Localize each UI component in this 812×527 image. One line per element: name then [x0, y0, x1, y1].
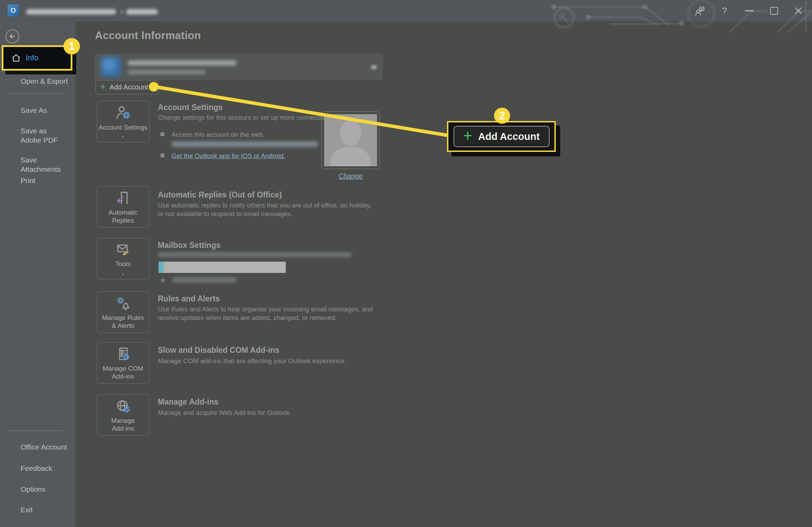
tile-label: Tools — [115, 260, 130, 268]
back-button[interactable] — [5, 29, 19, 43]
manage-com-addins-tile[interactable]: Manage COM Add-ins — [97, 342, 149, 384]
automatic-replies-tile[interactable]: Automatic Replies — [97, 186, 149, 228]
account-settings-tile[interactable]: Account Settings ⌄ — [97, 101, 149, 142]
section-heading: Slow and Disabled COM Add-ins — [158, 346, 279, 355]
feedback-contact-button[interactable] — [691, 0, 708, 21]
plus-icon: + — [100, 83, 106, 90]
tile-label: Account Settings ⌄ — [98, 124, 148, 140]
add-account-zoomed-button[interactable]: + Add Account — [454, 126, 550, 147]
sidebar-item-save-attachments[interactable]: Save Attachments — [21, 155, 75, 174]
sidebar-item-office-account[interactable]: Office Account — [21, 442, 67, 452]
plus-icon: + — [463, 129, 472, 142]
chevron-down-icon — [371, 65, 377, 69]
help-button[interactable]: ? — [717, 0, 732, 21]
section-heading: Manage Add-ins — [158, 397, 219, 407]
help-icon: ? — [722, 6, 727, 16]
outlook-app-icon: O — [8, 4, 19, 16]
sidebar-item-feedback[interactable]: Feedback — [21, 464, 52, 473]
exchange-account-icon — [101, 57, 121, 77]
mailbox-usage-bar-fill — [158, 262, 164, 273]
chevron-down-icon: ⌄ — [121, 133, 125, 139]
maximize-icon — [770, 7, 778, 15]
mailbox-cleanup-icon — [115, 241, 132, 258]
tile-label: Manage Rules & Alerts — [102, 314, 144, 330]
avatar-shoulders — [330, 147, 371, 166]
sidebar-divider — [8, 431, 64, 431]
avatar-head — [340, 120, 361, 146]
section-description: Use automatic replies to notify others t… — [158, 201, 372, 218]
account-type-redacted — [128, 70, 206, 74]
sidebar-item-open-export[interactable]: Open & Export — [21, 76, 68, 86]
out-of-office-icon — [115, 190, 132, 207]
sidebar-item-print[interactable]: Print — [21, 176, 35, 185]
account-settings-icon — [114, 104, 132, 122]
person-chat-icon — [694, 5, 705, 16]
step-1-badge: 1 — [63, 38, 80, 55]
titlebar-text-redacted — [26, 9, 116, 14]
home-icon — [11, 53, 21, 63]
titlebar: O ? — [0, 0, 812, 21]
minimize-icon — [745, 10, 754, 11]
rules-alerts-icon — [115, 295, 132, 312]
bullet-square — [161, 154, 164, 157]
section-heading: Automatic Replies (Out of Office) — [158, 190, 282, 200]
bullet-square — [161, 132, 164, 136]
sidebar-divider — [8, 93, 64, 94]
close-icon — [793, 6, 803, 15]
section-heading: Rules and Alerts — [158, 294, 220, 303]
sidebar-item-options[interactable]: Options — [21, 484, 45, 494]
section-heading: Account Settings — [158, 103, 223, 112]
com-addins-icon — [115, 346, 132, 363]
page-title: Account Information — [95, 29, 201, 42]
add-account-callout: + Add Account — [447, 121, 556, 152]
bullet-square — [161, 279, 164, 282]
tile-label: Automatic Replies — [104, 209, 142, 225]
web-addins-icon — [115, 398, 132, 415]
section-description: Use Rules and Alerts to help organise yo… — [158, 305, 381, 322]
maximize-button[interactable] — [766, 0, 782, 21]
section-description: Manage and acquire Web Add-ins for Outlo… — [158, 408, 381, 417]
sidebar-item-exit[interactable]: Exit — [21, 505, 33, 514]
step-2-badge: 2 — [494, 108, 510, 124]
account-email-redacted — [128, 60, 237, 65]
backstage-sidebar: Info Open & Export Save As Save as Adobe… — [0, 21, 75, 527]
tile-label: Manage Add-ins — [104, 417, 142, 433]
add-account-zoomed-label: Add Account — [478, 131, 540, 142]
titlebar-separator-dot — [121, 11, 123, 13]
mailbox-size-text-redacted — [172, 277, 237, 283]
titlebar-appname-redacted — [126, 9, 158, 14]
section-description: Manage COM add-ins that are affecting yo… — [158, 357, 381, 365]
sidebar-item-save-adobe-pdf[interactable]: Save as Adobe PDF — [21, 126, 65, 145]
sidebar-item-info[interactable]: Info — [2, 45, 72, 71]
account-selector[interactable] — [95, 54, 383, 80]
back-arrow-icon — [9, 33, 16, 40]
access-web-text: Access this account on the web. — [172, 131, 264, 139]
profile-photo-placeholder — [321, 111, 380, 169]
change-photo-link[interactable]: Change — [321, 172, 380, 180]
get-outlook-app-link[interactable]: Get the Outlook app for iOS or Android. — [172, 152, 285, 160]
add-account-button[interactable]: + Add Account — [95, 80, 158, 94]
close-button[interactable] — [790, 0, 807, 21]
outlook-backstage-window: O ? — [0, 0, 812, 527]
sidebar-item-label: Info — [26, 53, 38, 62]
chevron-down-icon: ⌄ — [121, 270, 125, 276]
mailbox-usage-bar — [158, 262, 286, 273]
tile-label: Manage COM Add-ins — [102, 365, 144, 381]
manage-rules-tile[interactable]: Manage Rules & Alerts — [97, 291, 149, 333]
minimize-button[interactable] — [741, 0, 757, 21]
sidebar-item-save-as[interactable]: Save As — [21, 106, 47, 115]
mailbox-description-redacted — [158, 252, 352, 257]
manage-addins-tile[interactable]: Manage Add-ins — [97, 394, 149, 436]
avatar — [324, 114, 377, 166]
add-account-label: Add Account — [109, 83, 148, 91]
account-url-redacted[interactable] — [172, 141, 318, 147]
mailbox-tools-tile[interactable]: Tools ⌄ — [97, 238, 149, 279]
section-heading: Mailbox Settings — [158, 241, 221, 250]
